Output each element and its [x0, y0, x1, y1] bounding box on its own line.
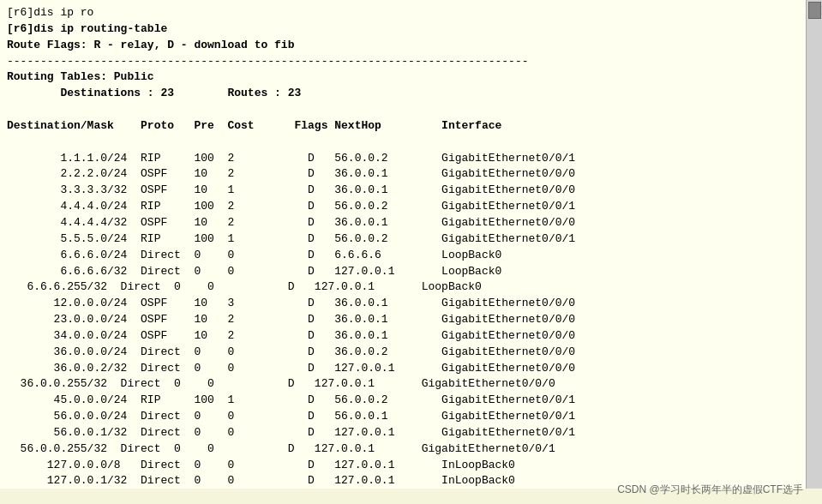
- watermark: CSDN @学习时长两年半的虚假CTF选手: [617, 483, 803, 497]
- line-7: [7, 102, 799, 118]
- line-r8: 6.6.6.6/32 Direct 0 0 D 127.0.0.1 LoopBa…: [7, 264, 799, 280]
- scrollbar[interactable]: [806, 0, 822, 489]
- line-r17: 56.0.0.0/24 Direct 0 0 D 56.0.0.1 Gigabi…: [7, 409, 799, 425]
- terminal-window: [r6]dis ip ro [r6]dis ip routing-table R…: [0, 0, 806, 489]
- line-r18: 56.0.0.1/32 Direct 0 0 D 127.0.0.1 Gigab…: [7, 425, 799, 441]
- scrollbar-thumb[interactable]: [808, 2, 821, 19]
- line-r12: 34.0.0.0/24 OSPF 10 2 D 36.0.0.1 Gigabit…: [7, 328, 799, 345]
- line-4: ----------------------------------------…: [7, 54, 799, 70]
- line-6: Destinations : 23 Routes : 23: [7, 86, 799, 102]
- line-r1: 1.1.1.0/24 RIP 100 2 D 56.0.0.2 GigabitE…: [7, 151, 799, 167]
- line-r2: 2.2.2.0/24 OSPF 10 2 D 36.0.0.1 GigabitE…: [7, 166, 799, 183]
- line-5: Routing Tables: Public: [7, 69, 799, 86]
- line-r11: 23.0.0.0/24 OSPF 10 2 D 36.0.0.1 Gigabit…: [7, 312, 799, 328]
- line-r7: 6.6.6.0/24 Direct 0 0 D 6.6.6.6 LoopBack…: [7, 248, 799, 264]
- terminal-content: [r6]dis ip ro [r6]dis ip routing-table R…: [7, 5, 799, 489]
- line-1: [r6]dis ip ro: [7, 5, 799, 21]
- line-r4: 4.4.4.0/24 RIP 100 2 D 56.0.0.2 GigabitE…: [7, 199, 799, 215]
- line-r9: 6.6.6.255/32 Direct 0 0 D 127.0.0.1 Loop…: [7, 279, 799, 296]
- line-r14: 36.0.0.2/32 Direct 0 0 D 127.0.0.1 Gigab…: [7, 361, 799, 377]
- line-r6: 5.5.5.0/24 RIP 100 1 D 56.0.0.2 GigabitE…: [7, 231, 799, 248]
- line-3: Route Flags: R - relay, D - download to …: [7, 38, 799, 54]
- line-r15: 36.0.0.255/32 Direct 0 0 D 127.0.0.1 Gig…: [7, 376, 799, 393]
- line-2: [r6]dis ip routing-table: [7, 21, 799, 38]
- line-r20: 127.0.0.0/8 Direct 0 0 D 127.0.0.1 InLoo…: [7, 458, 799, 474]
- line-r10: 12.0.0.0/24 OSPF 10 3 D 36.0.0.1 Gigabit…: [7, 296, 799, 312]
- line-r13: 36.0.0.0/24 Direct 0 0 D 36.0.0.2 Gigabi…: [7, 345, 799, 361]
- line-r19: 56.0.0.255/32 Direct 0 0 D 127.0.0.1 Gig…: [7, 441, 799, 458]
- line-blank: [7, 135, 799, 151]
- line-r16: 45.0.0.0/24 RIP 100 1 D 56.0.0.2 Gigabit…: [7, 393, 799, 409]
- line-r5: 4.4.4.4/32 OSPF 10 2 D 36.0.0.1 GigabitE…: [7, 215, 799, 231]
- line-header: Destination/Mask Proto Pre Cost Flags Ne…: [7, 118, 799, 135]
- line-r3: 3.3.3.3/32 OSPF 10 1 D 36.0.0.1 GigabitE…: [7, 183, 799, 199]
